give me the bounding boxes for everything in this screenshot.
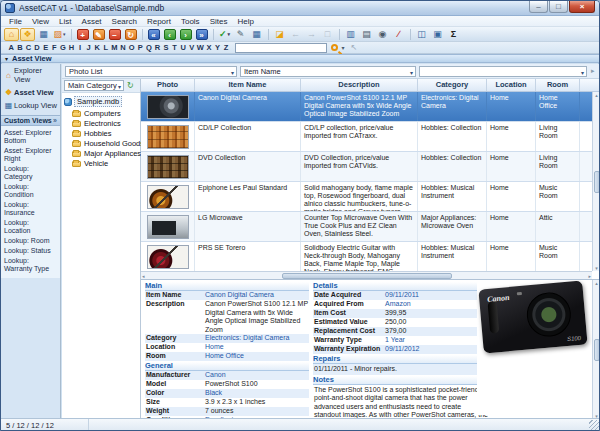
column-header[interactable]: Location <box>487 79 536 91</box>
table-row[interactable]: DVD Collection DVD Collection, price/val… <box>141 152 600 182</box>
table-row[interactable]: Epiphone Les Paul Standard Solid mahogan… <box>141 182 600 212</box>
sidebar-view-button[interactable]: Asset View <box>1 86 60 99</box>
edit-record-icon[interactable]: ✎ ▾ <box>91 28 106 41</box>
letter-button[interactable]: K <box>93 43 102 52</box>
column-header[interactable]: Description <box>301 79 418 91</box>
field-value[interactable]: Canon <box>205 371 309 380</box>
custom-view-item[interactable]: Asset: Explorer Bottom <box>1 128 60 146</box>
sum-icon[interactable]: Σ ▾ <box>446 28 461 41</box>
field-value[interactable]: 09/11/2012 <box>385 345 489 354</box>
explorer-view-icon[interactable]: ⌂ ▾ <box>4 28 19 41</box>
tree-node[interactable]: Computers <box>62 108 140 118</box>
letter-button[interactable]: X <box>205 43 214 52</box>
letter-button[interactable]: U <box>179 43 188 52</box>
custom-views-header[interactable]: Custom Views » <box>1 115 60 126</box>
menu-item[interactable]: Sites <box>205 17 233 26</box>
field-value[interactable]: 379,00 <box>385 327 489 336</box>
grid-view-icon[interactable]: ▦ ▾ <box>249 28 264 41</box>
custom-view-item[interactable]: Lookup: Room <box>1 236 60 246</box>
table-row[interactable]: LG Microwave Counter Top Microwave Oven … <box>141 212 600 242</box>
field-value[interactable]: 7 ounces <box>205 407 309 416</box>
collapse-icon[interactable]: ▾ <box>5 55 8 62</box>
letter-button[interactable]: O <box>127 43 136 52</box>
approve-icon[interactable]: ✓ ▾ <box>217 28 232 41</box>
letter-button[interactable]: R <box>153 43 162 52</box>
menu-item[interactable]: Search <box>107 17 142 26</box>
duplicate-record-icon[interactable]: ↻ ▾ <box>123 28 138 41</box>
sort-field-select[interactable]: Item Name <box>240 66 416 77</box>
menu-item[interactable]: Help <box>232 17 258 26</box>
letter-button[interactable]: I <box>76 43 85 52</box>
statistics-icon[interactable]: ▥ ▾ <box>343 28 358 41</box>
filter-select[interactable] <box>419 66 587 77</box>
sidebar-view-button[interactable]: Lookup View <box>1 99 60 112</box>
menu-item[interactable]: File <box>4 17 27 26</box>
field-value[interactable]: 09/11/2011 <box>385 291 489 300</box>
custom-view-item[interactable]: Lookup: Location <box>1 218 60 236</box>
letter-button[interactable]: A <box>7 43 16 52</box>
close-button[interactable]: × <box>569 1 595 13</box>
layout-icon[interactable]: ▸ <box>591 67 595 75</box>
menu-item[interactable]: View <box>27 17 54 26</box>
letter-button[interactable]: P <box>136 43 145 52</box>
pane-header[interactable]: ▾ Asset View <box>1 54 599 63</box>
menu-item[interactable]: List <box>54 17 76 26</box>
add-record-icon[interactable]: + ▾ <box>75 28 90 41</box>
letter-button[interactable]: M <box>110 43 119 52</box>
field-value[interactable]: Canon PowerShot S100 12.1 MP Digital Cam… <box>205 300 309 334</box>
image-icon[interactable]: ▣ ▾ <box>430 28 445 41</box>
custom-view-item[interactable]: Lookup: Status <box>1 246 60 256</box>
column-header[interactable]: Photo <box>141 79 195 91</box>
menu-item[interactable]: Asset <box>77 17 107 26</box>
first-record-icon[interactable]: « ▾ <box>146 28 161 41</box>
next-record-icon[interactable]: › ▾ <box>178 28 193 41</box>
field-value[interactable]: 250,00 <box>385 318 489 327</box>
field-value[interactable]: Black <box>205 389 309 398</box>
tag-icon[interactable]: ◪ ▾ <box>272 28 287 41</box>
title-bar[interactable]: AssetCAT v1 - \Database\Sample.mdb – □ × <box>1 1 599 16</box>
field-value[interactable]: PowerShot S100 <box>205 380 309 389</box>
custom-view-item[interactable]: Lookup: Insurance <box>1 200 60 218</box>
sidebar-view-button[interactable]: Explorer View <box>1 64 60 86</box>
search-input[interactable] <box>235 43 327 53</box>
table-horizontal-scrollbar[interactable]: ◂▸ <box>141 271 592 279</box>
custom-view-item[interactable]: Asset: Explorer Right <box>1 146 60 164</box>
letter-button[interactable]: T <box>170 43 179 52</box>
letter-button[interactable]: J <box>84 43 93 52</box>
letter-button[interactable]: E <box>41 43 50 52</box>
letter-button[interactable]: C <box>24 43 33 52</box>
tree-root[interactable]: Sample.mdb <box>64 96 139 107</box>
letter-button[interactable]: Q <box>145 43 154 52</box>
style-dropdown-icon[interactable]: ▨ ▾ <box>52 28 67 41</box>
menu-item[interactable]: Report <box>142 17 176 26</box>
letter-button[interactable]: H <box>67 43 76 52</box>
letter-button[interactable]: B <box>16 43 25 52</box>
column-header[interactable]: Room <box>536 79 580 91</box>
table-row[interactable]: CD/LP Collection CD/LP collection, price… <box>141 122 600 152</box>
letter-button[interactable]: N <box>119 43 128 52</box>
letter-button[interactable]: W <box>196 43 205 52</box>
minimize-button[interactable]: – <box>529 1 548 13</box>
letter-button[interactable]: V <box>187 43 196 52</box>
field-value[interactable]: Amazon <box>385 300 489 309</box>
letter-button[interactable]: F <box>50 43 59 52</box>
print-icon[interactable]: ▤ ▾ <box>359 28 374 41</box>
restore-button[interactable]: □ <box>549 1 568 13</box>
details-vertical-scrollbar[interactable]: ▴▾ <box>592 280 600 418</box>
panels-icon[interactable]: ◫ ▾ <box>414 28 429 41</box>
letter-button[interactable]: Y <box>213 43 222 52</box>
refresh-tree-icon[interactable]: ↻ <box>127 81 134 90</box>
tree-node[interactable]: Household Goods <box>62 138 140 148</box>
tree-node[interactable]: Electronics <box>62 118 140 128</box>
search-options-chevron-icon[interactable]: ▾ <box>341 44 344 51</box>
last-record-icon[interactable]: » ▾ <box>194 28 209 41</box>
table-vertical-scrollbar[interactable]: ▴▾ <box>592 92 600 271</box>
search-icon[interactable] <box>331 44 338 51</box>
menu-item[interactable]: Tools <box>176 17 205 26</box>
camera-photo[interactable]: Canon S100 <box>478 281 587 354</box>
lookup-view-icon[interactable]: ▦ ▾ <box>36 28 51 41</box>
tree-node[interactable]: Major Appliances <box>62 148 140 158</box>
field-value[interactable]: 1 Year <box>385 336 489 345</box>
pin-icon[interactable]: » <box>53 117 57 124</box>
view-style-select[interactable]: Photo List <box>65 66 237 77</box>
